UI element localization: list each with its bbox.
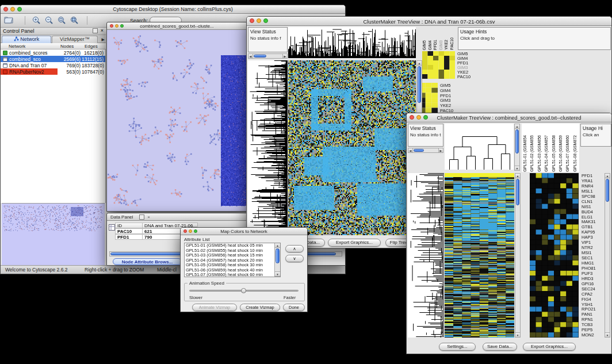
toolbar-divider bbox=[87, 16, 87, 25]
scroll-right-icon[interactable]: ▶ bbox=[282, 54, 287, 58]
export-graphics-button[interactable]: Export Graphics... bbox=[328, 239, 381, 247]
gene-label: SEC24 bbox=[582, 286, 595, 292]
matrix-col-label: GIM5 bbox=[422, 40, 426, 50]
column-dendrogram[interactable] bbox=[445, 124, 514, 170]
status-hscrollbar[interactable]: ◀ ▶ bbox=[408, 148, 443, 153]
col-network[interactable]: Network bbox=[9, 44, 25, 49]
move-up-button[interactable]: ∧ bbox=[285, 245, 304, 252]
attribute-list-label: Attribute List bbox=[184, 237, 209, 242]
scrollbar-thumb[interactable] bbox=[606, 179, 609, 202]
scroll-down-icon[interactable]: ▼ bbox=[605, 332, 610, 337]
status-zoom-hint: Right-click + drag to ZOOM bbox=[85, 267, 144, 273]
tab-overflow-arrow[interactable]: ▶ bbox=[102, 37, 105, 42]
scroll-left-icon[interactable]: ◀ bbox=[248, 54, 253, 58]
column-dendrogram[interactable] bbox=[288, 27, 416, 58]
float-panel-icon[interactable] bbox=[139, 214, 144, 220]
scroll-up-icon[interactable]: ▲ bbox=[417, 61, 422, 66]
scrollbar-thumb[interactable] bbox=[414, 149, 424, 152]
main-titlebar[interactable]: Cytoscape Desktop (Session Name: collins… bbox=[1, 5, 345, 14]
close-button[interactable] bbox=[410, 115, 414, 120]
close-button[interactable] bbox=[183, 229, 187, 233]
scroll-up-icon[interactable]: ▲ bbox=[515, 124, 519, 129]
network-nodes: 563(0) bbox=[58, 69, 82, 75]
minimize-button[interactable] bbox=[115, 24, 118, 28]
attribute-select-icon[interactable] bbox=[109, 223, 115, 233]
scroll-up-icon[interactable]: ▲ bbox=[275, 243, 280, 248]
network-canvas[interactable] bbox=[107, 30, 247, 211]
network-overview-thumbnail[interactable] bbox=[2, 203, 105, 267]
scroll-right-icon[interactable]: ▶ bbox=[438, 148, 443, 152]
scrollbar-thumb[interactable] bbox=[515, 129, 519, 154]
network-table-header: Network Nodes Edges bbox=[1, 43, 106, 49]
expression-heatmap[interactable] bbox=[288, 60, 416, 235]
row-dendrogram[interactable] bbox=[248, 60, 288, 235]
control-panel-title: Control Panel bbox=[3, 28, 35, 34]
zoom-in-icon[interactable] bbox=[32, 16, 42, 25]
open-session-icon[interactable] bbox=[4, 16, 14, 25]
correlation-matrix[interactable] bbox=[422, 51, 455, 79]
tab-network[interactable]: Network bbox=[2, 36, 51, 43]
export-graphics-button[interactable]: Export Graphics... bbox=[523, 343, 576, 351]
save-data-button[interactable]: Save Data... bbox=[483, 343, 517, 351]
network-view-titlebar[interactable]: combined_scores_good.txt--cluste... bbox=[107, 22, 247, 30]
scroll-up-icon[interactable]: ▲ bbox=[515, 174, 520, 178]
gene-label: PUF3 bbox=[582, 271, 592, 276]
close-panel-icon[interactable]: × bbox=[100, 28, 105, 33]
zoom-selected-icon[interactable] bbox=[70, 16, 80, 25]
array-column-labels: GPL51-01 (GSM854GPL51-02 (GSM855GPL51-03… bbox=[522, 124, 579, 172]
network-nodes: 769(0) bbox=[58, 63, 82, 68]
float-panel-icon[interactable] bbox=[93, 28, 98, 33]
attribute-list[interactable]: GPL51-01 (GSM854) heat shock 05 minGPL51… bbox=[184, 243, 281, 277]
gene-label: CPA2 bbox=[582, 292, 592, 297]
scroll-up-icon[interactable]: ▲ bbox=[605, 174, 610, 178]
zoom-heatmap[interactable] bbox=[530, 173, 579, 338]
network-table-row[interactable]: RNAPuberNov2563(0)107847(0) bbox=[1, 68, 105, 75]
close-button[interactable] bbox=[250, 18, 254, 23]
scroll-down-icon[interactable]: ▼ bbox=[275, 271, 280, 276]
animate-vizmap-button[interactable]: Animate Vizmap bbox=[192, 304, 237, 311]
col-nodes[interactable]: Nodes bbox=[60, 44, 74, 49]
gene-label: ELG1 bbox=[582, 214, 592, 220]
network-table-row[interactable]: combined_scores2764(0)16218(0) bbox=[1, 49, 105, 56]
dialog-titlebar[interactable]: Map Colors to Network bbox=[181, 228, 307, 235]
matrix-col-label: PAC10 bbox=[450, 37, 454, 50]
close-button[interactable] bbox=[3, 7, 8, 12]
create-vizmap-button[interactable]: Create Vizmap bbox=[240, 304, 280, 311]
col-edges[interactable]: Edges bbox=[85, 44, 98, 49]
data-col-id[interactable]: ID bbox=[115, 223, 143, 228]
treeview-combined-titlebar[interactable]: ClusterMaker TreeView : combined_scores_… bbox=[407, 113, 611, 122]
settings-button[interactable]: Settings... bbox=[439, 343, 476, 351]
zoom-fit-icon[interactable] bbox=[57, 16, 67, 25]
usage-hints-title: Usage Hints bbox=[458, 28, 610, 35]
scroll-left-icon[interactable]: ◀ bbox=[408, 148, 413, 152]
network-table-row[interactable]: combined_sco2569(6)13112(15) bbox=[1, 56, 105, 62]
close-button[interactable] bbox=[110, 24, 113, 28]
cell-id: PFD1 bbox=[115, 234, 143, 240]
close-panel-icon[interactable]: × bbox=[146, 214, 151, 220]
scroll-down-icon[interactable]: ▼ bbox=[515, 332, 520, 337]
top-vscrollbar[interactable]: ▲ ▼ bbox=[514, 124, 520, 171]
list-vscrollbar[interactable]: ▲ ▼ bbox=[274, 243, 280, 277]
row-dendrogram[interactable] bbox=[408, 173, 444, 338]
status-pan-hint: Middle-cl bbox=[157, 267, 177, 273]
scroll-down-icon[interactable]: ▼ bbox=[515, 166, 519, 170]
global-vscrollbar[interactable]: ▲ ▼ bbox=[515, 173, 521, 338]
global-heatmap[interactable] bbox=[445, 173, 514, 338]
scrollbar-thumb[interactable] bbox=[418, 66, 421, 103]
desktop: Cytoscape Desktop (Session Name: collins… bbox=[0, 0, 612, 364]
scrollbar-thumb[interactable] bbox=[276, 248, 280, 263]
zoom-out-icon[interactable] bbox=[44, 16, 55, 25]
speed-slider-thumb[interactable] bbox=[241, 288, 246, 293]
scrollbar-thumb[interactable] bbox=[516, 179, 519, 205]
tab-vizmapper[interactable]: VizMapper™ bbox=[52, 36, 98, 43]
status-hscrollbar[interactable]: ◀ ▶ bbox=[248, 53, 288, 59]
network-table-row[interactable]: DNA and Tran 07769(0)183728(0) bbox=[1, 62, 105, 68]
gene-label: PAN1 bbox=[582, 312, 592, 317]
zoom-vscrollbar[interactable]: ▲ ▼ bbox=[605, 173, 610, 338]
minimize-button[interactable] bbox=[189, 229, 192, 233]
node-attribute-browser-tab[interactable]: Node Attribute Brows... bbox=[113, 258, 182, 265]
done-button[interactable]: Done bbox=[283, 304, 305, 311]
attribute-list-item[interactable]: GPL51-07 (GSM860) heat shock 60 min bbox=[185, 273, 280, 277]
move-down-button[interactable]: ∨ bbox=[285, 255, 304, 262]
scrollbar-thumb[interactable] bbox=[254, 55, 266, 58]
